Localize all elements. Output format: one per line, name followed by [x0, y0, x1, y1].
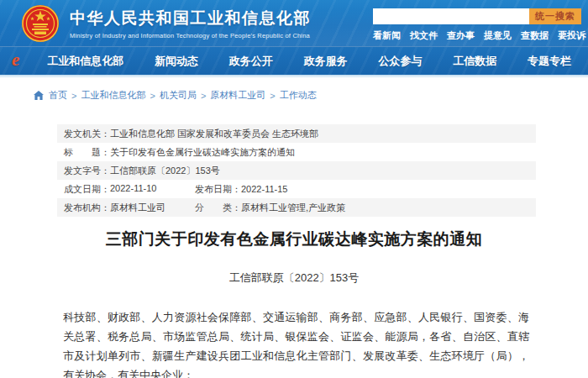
- home-icon[interactable]: [34, 91, 44, 100]
- meta-value: 原材料工业司: [110, 202, 165, 214]
- quick-link-files[interactable]: 找文件: [410, 29, 438, 42]
- quick-link-services[interactable]: 查办事: [447, 29, 475, 42]
- header-banner: 中华人民共和国工业和信息化部 Ministry of Industry and …: [0, 0, 588, 46]
- ministry-name-cn: 中华人民共和国工业和信息化部: [70, 8, 311, 29]
- meta-value: 2022-11-10: [110, 183, 156, 196]
- meta-value: 2022-11-15: [241, 184, 287, 194]
- breadcrumb-separator: >: [150, 91, 155, 101]
- main-nav: e 工业和信息化部 新闻动态 政务公开 政务服务 公众参与 工信数据 专题专栏: [0, 46, 588, 75]
- meta-label: 发布日期：: [195, 183, 241, 196]
- breadcrumb-departments[interactable]: 机关司局: [160, 89, 197, 102]
- meta-label: 分 类：: [195, 202, 241, 214]
- meta-row-title: 标 题： 关于印发有色金属行业碳达峰实施方案的通知: [57, 143, 536, 161]
- article-body: 科技部、财政部、人力资源社会保障部、交通运输部、商务部、应急部、人民银行、国资委…: [63, 307, 529, 378]
- meta-value: 工信部联原〔2022〕153号: [110, 165, 220, 177]
- nav-item-participation[interactable]: 公众参与: [378, 54, 422, 69]
- breadcrumb-home[interactable]: 首页: [49, 89, 67, 102]
- breadcrumb-separator: >: [71, 91, 76, 101]
- nav-item-gov-openness[interactable]: 政务公开: [229, 54, 273, 69]
- breadcrumb-raw-materials-dept[interactable]: 原材料工业司: [210, 89, 265, 102]
- ministry-title-block: 中华人民共和国工业和信息化部 Ministry of Industry and …: [70, 8, 311, 39]
- meta-value: 工业和信息化部 国家发展和改革委员会 生态环境部: [110, 128, 318, 140]
- miit-e-logo-icon: e: [12, 50, 19, 71]
- quick-link-news[interactable]: 看新闻: [373, 29, 401, 42]
- search-area: 统一搜索 看新闻 找文件 查办事 提意见 查数据 要投诉: [373, 8, 581, 42]
- breadcrumb-miit[interactable]: 工业和信息化部: [81, 89, 145, 102]
- meta-row-issuing-agency: 发文机关： 工业和信息化部 国家发展和改革委员会 生态环境部: [57, 124, 536, 143]
- quick-links: 看新闻 找文件 查办事 提意见 查数据 要投诉: [373, 29, 581, 42]
- search-input[interactable]: [373, 8, 529, 24]
- meta-value: 原材料工业管理,产业政策: [241, 202, 345, 214]
- article-title: 三部门关于印发有色金属行业碳达峰实施方案的通知: [0, 228, 588, 250]
- meta-label: 标 题：: [64, 146, 110, 159]
- breadcrumb-work-news[interactable]: 工作动态: [280, 89, 317, 102]
- nav-item-news[interactable]: 新闻动态: [155, 54, 198, 69]
- breadcrumb-separator: >: [201, 91, 206, 101]
- breadcrumb-separator: >: [270, 91, 275, 101]
- national-emblem-icon: [21, 4, 60, 43]
- meta-row-dates: 成文日期： 2022-11-10 发布日期： 2022-11-15: [57, 180, 536, 198]
- ministry-name-en: Ministry of Industry and Information Tec…: [70, 32, 311, 39]
- nav-item-miit-data[interactable]: 工信数据: [453, 54, 496, 69]
- breadcrumb: 首页 > 工业和信息化部 > 机关司局 > 原材料工业司 > 工作动态: [34, 89, 588, 102]
- quick-link-feedback[interactable]: 提意见: [484, 29, 512, 42]
- article-doc-number: 工信部联原〔2022〕153号: [0, 270, 588, 286]
- meta-label: 发文机关：: [64, 128, 110, 140]
- document-meta-table: 发文机关： 工业和信息化部 国家发展和改革委员会 生态环境部 标 题： 关于印发…: [57, 124, 536, 217]
- nav-item-special-topics[interactable]: 专题专栏: [528, 54, 571, 69]
- nav-item-gov-services[interactable]: 政务服务: [304, 54, 348, 69]
- nav-bottom-strip: [0, 75, 588, 78]
- meta-row-doc-number: 发文字号： 工信部联原〔2022〕153号: [57, 161, 536, 180]
- meta-label: 成文日期：: [64, 183, 110, 196]
- meta-value: 关于印发有色金属行业碳达峰实施方案的通知: [110, 146, 295, 159]
- article-paragraph: 科技部、财政部、人力资源社会保障部、交通运输部、商务部、应急部、人民银行、国资委…: [63, 307, 529, 378]
- unified-search-button[interactable]: 统一搜索: [529, 8, 581, 24]
- quick-link-data[interactable]: 查数据: [521, 29, 549, 42]
- quick-link-complaint[interactable]: 要投诉: [558, 29, 585, 42]
- meta-label: 发文字号：: [64, 165, 110, 177]
- meta-row-publisher-category: 发布机构： 原材料工业司 分 类： 原材料工业管理,产业政策: [57, 198, 536, 217]
- nav-item-miit[interactable]: 工业和信息化部: [47, 54, 123, 69]
- meta-label: 发布机构：: [64, 202, 110, 214]
